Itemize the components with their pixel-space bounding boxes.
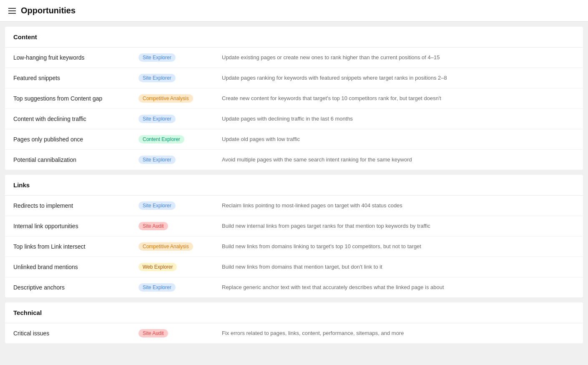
row-description: Build new links from domains linking to … <box>222 243 575 250</box>
row-name: Content with declining traffic <box>13 116 138 122</box>
row-description: Update pages ranking for keywords with f… <box>222 74 575 82</box>
table-row: Featured snippetsSite ExplorerUpdate pag… <box>5 68 583 88</box>
row-name: Top suggestions from Content gap <box>13 95 138 102</box>
row-description: Update old pages with low traffic <box>222 136 575 143</box>
row-description: Avoid multiple pages with the same searc… <box>222 156 575 164</box>
table-row: Top suggestions from Content gapCompetit… <box>5 88 583 109</box>
tool-badge[interactable]: Site Explorer <box>138 156 176 164</box>
section-content: ContentLow-hanging fruit keywordsSite Ex… <box>5 27 583 170</box>
badge-cell: Site Explorer <box>138 53 222 62</box>
tool-badge[interactable]: Site Explorer <box>138 201 176 210</box>
section-links: LinksRedirects to implementSite Explorer… <box>5 175 583 297</box>
badge-cell: Site Explorer <box>138 201 222 210</box>
row-name: Descriptive anchors <box>13 284 138 291</box>
table-row: Descriptive anchorsSite ExplorerReplace … <box>5 277 583 297</box>
row-name: Low-hanging fruit keywords <box>13 54 138 61</box>
main-content: ContentLow-hanging fruit keywordsSite Ex… <box>0 22 588 348</box>
table-row: Low-hanging fruit keywordsSite ExplorerU… <box>5 48 583 68</box>
row-description: Reclaim links pointing to most-linked pa… <box>222 202 575 209</box>
row-name: Internal link opportunities <box>13 223 138 229</box>
tool-badge[interactable]: Web Explorer <box>138 263 177 271</box>
row-name: Featured snippets <box>13 75 138 81</box>
row-name: Potential cannibalization <box>13 156 138 163</box>
row-name: Redirects to implement <box>13 202 138 209</box>
table-row: Top links from Link intersectCompetitive… <box>5 237 583 257</box>
section-header-content: Content <box>5 27 583 48</box>
row-description: Build new links from domains that mentio… <box>222 263 575 271</box>
tool-badge[interactable]: Content Explorer <box>138 135 184 143</box>
badge-cell: Competitive Analysis <box>138 94 222 103</box>
hamburger-icon[interactable] <box>8 8 16 14</box>
row-name: Pages only published once <box>13 136 138 143</box>
tool-badge[interactable]: Site Explorer <box>138 74 176 82</box>
table-row: Internal link opportunitiesSite AuditBui… <box>5 216 583 237</box>
badge-cell: Site Explorer <box>138 74 222 82</box>
page-header: Opportunities <box>0 0 588 22</box>
row-name: Unlinked brand mentions <box>13 264 138 270</box>
table-row: Unlinked brand mentionsWeb ExplorerBuild… <box>5 257 583 277</box>
table-row: Critical issuesSite AuditFix errors rela… <box>5 323 583 343</box>
section-header-links: Links <box>5 175 583 196</box>
row-description: Create new content for keywords that tar… <box>222 95 575 102</box>
tool-badge[interactable]: Site Audit <box>138 329 168 337</box>
row-description: Build new internal links from pages targ… <box>222 222 575 230</box>
row-description: Update existing pages or create new ones… <box>222 54 575 61</box>
badge-cell: Content Explorer <box>138 135 222 143</box>
table-row: Redirects to implementSite ExplorerRecla… <box>5 196 583 216</box>
tool-badge[interactable]: Competitive Analysis <box>138 242 193 251</box>
badge-cell: Site Audit <box>138 222 222 230</box>
row-description: Replace generic anchor text with text th… <box>222 284 575 291</box>
table-row: Potential cannibalizationSite ExplorerAv… <box>5 150 583 170</box>
table-row: Pages only published onceContent Explore… <box>5 129 583 150</box>
badge-cell: Competitive Analysis <box>138 242 222 251</box>
row-name: Critical issues <box>13 330 138 337</box>
tool-badge[interactable]: Site Audit <box>138 222 168 230</box>
badge-cell: Site Explorer <box>138 283 222 292</box>
tool-badge[interactable]: Site Explorer <box>138 53 176 62</box>
row-description: Update pages with declining traffic in t… <box>222 115 575 123</box>
tool-badge[interactable]: Site Explorer <box>138 283 176 292</box>
row-name: Top links from Link intersect <box>13 243 138 250</box>
section-technical: TechnicalCritical issuesSite AuditFix er… <box>5 302 583 343</box>
badge-cell: Site Explorer <box>138 156 222 164</box>
badge-cell: Web Explorer <box>138 263 222 271</box>
tool-badge[interactable]: Site Explorer <box>138 115 176 123</box>
row-description: Fix errors related to pages, links, cont… <box>222 330 575 337</box>
table-row: Content with declining trafficSite Explo… <box>5 109 583 129</box>
section-header-technical: Technical <box>5 302 583 323</box>
badge-cell: Site Audit <box>138 329 222 337</box>
badge-cell: Site Explorer <box>138 115 222 123</box>
page-title: Opportunities <box>21 6 75 15</box>
tool-badge[interactable]: Competitive Analysis <box>138 94 193 103</box>
